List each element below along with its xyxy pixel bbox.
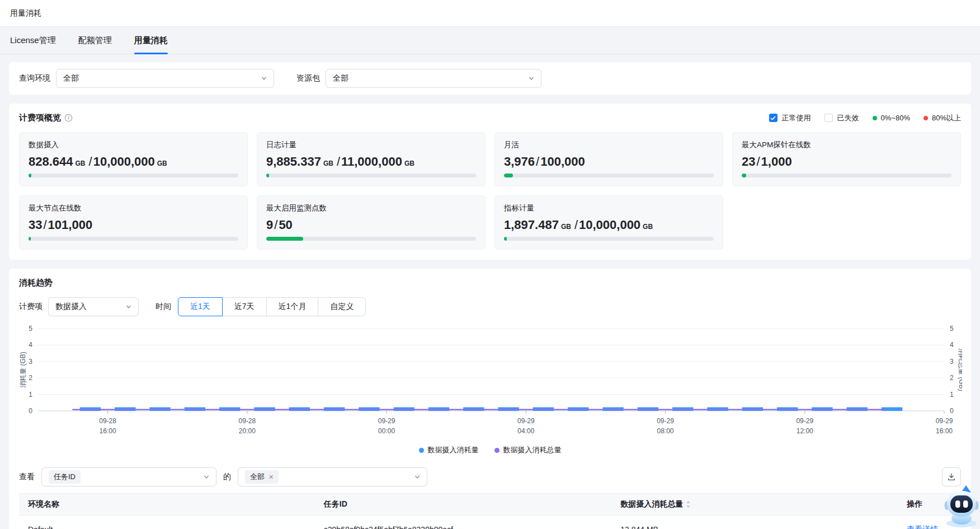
svg-text:消耗总量 (GB): 消耗总量 (GB) [958, 348, 962, 391]
legend-low-usage: 0%~80% [873, 114, 910, 122]
legend-dot-icon [494, 448, 500, 453]
usage-progress-bar [29, 174, 238, 177]
billing-cards-grid: 数据摄入828.644GB/10,000,000GB日志计量9,885.337G… [19, 132, 961, 250]
main-content: 查询环境 全部 资源包 全部 计费项概览 [0, 54, 980, 529]
svg-text:20:00: 20:00 [239, 427, 256, 435]
usage-progress-bar [29, 237, 238, 241]
checkbox-checked-icon [769, 114, 778, 122]
billing-card: 日志计量9,885.337GB/11,000,000GB [257, 132, 486, 186]
ai-assistant-robot-button[interactable] [943, 484, 980, 528]
billing-card: 最大APM探针在线数23/1,000 [732, 132, 961, 186]
chevron-down-icon [529, 76, 534, 81]
robot-icon [943, 484, 980, 528]
svg-text:消耗量 (GB): 消耗量 (GB) [19, 352, 27, 388]
billing-card-title: 日志计量 [266, 140, 476, 150]
tab-bar: License管理配额管理用量消耗 [0, 27, 980, 54]
sort-icon[interactable] [686, 500, 691, 508]
billing-card-title: 数据摄入 [29, 140, 238, 150]
time-range-0[interactable]: 近1天 [178, 297, 223, 316]
trend-chart-svg: 001122334455消耗量 (GB)消耗总量 (GB)09-2816:000… [19, 322, 962, 441]
view-type-select[interactable]: 任务ID [41, 467, 216, 486]
billing-card-value: 828.644GB/10,000,000GB [29, 155, 238, 169]
svg-text:5: 5 [29, 325, 32, 333]
svg-text:12:00: 12:00 [797, 427, 813, 435]
svg-text:00:00: 00:00 [378, 427, 395, 435]
svg-text:16:00: 16:00 [100, 427, 116, 435]
pkg-filter-label: 资源包 [296, 73, 320, 83]
tab-1[interactable]: 配额管理 [78, 27, 112, 54]
svg-text:09-29: 09-29 [517, 417, 535, 425]
env-filter-label: 查询环境 [19, 73, 50, 83]
billing-card-value: 23/1,000 [742, 155, 951, 169]
resource-package-select[interactable]: 全部 [326, 69, 541, 88]
checkbox-normal-use[interactable]: 正常使用 [769, 113, 811, 123]
view-detail-link[interactable]: 查看详情 [907, 525, 938, 529]
pkg-select-value: 全部 [333, 73, 348, 83]
svg-text:5: 5 [950, 325, 954, 333]
red-dot-icon [924, 116, 928, 120]
tab-0[interactable]: License管理 [10, 27, 56, 54]
svg-text:09-28: 09-28 [99, 417, 116, 425]
trend-title: 消耗趋势 [19, 278, 961, 288]
svg-text:1: 1 [29, 391, 32, 399]
chevron-down-icon [261, 76, 267, 81]
billing-card: 最大启用监测点数9/50 [257, 195, 486, 250]
legend-item[interactable]: 数据摄入消耗量 [419, 445, 479, 455]
billing-card-title: 月活 [504, 140, 714, 150]
billing-item-label: 计费项 [19, 302, 43, 312]
info-icon[interactable] [64, 114, 73, 122]
time-range-group: 近1天近7天近1个月自定义 [178, 297, 366, 316]
download-icon [947, 472, 956, 481]
download-button[interactable] [942, 467, 961, 486]
usage-table: 环境名称 任务ID 数据摄入消耗总量 操作 [19, 493, 961, 529]
time-range-1[interactable]: 近7天 [222, 297, 267, 316]
page-header: 用量消耗 [0, 0, 980, 27]
svg-text:3: 3 [29, 358, 32, 366]
billing-overview-title: 计费项概览 [19, 113, 73, 123]
usage-progress-bar [504, 174, 714, 177]
tag-remove-icon[interactable]: ✕ [268, 474, 274, 480]
svg-text:16:00: 16:00 [936, 427, 953, 435]
col-task-id: 任务ID [315, 494, 611, 516]
view-filter-multiselect[interactable]: 全部 ✕ [238, 467, 427, 486]
usage-progress-bar [266, 174, 476, 177]
svg-text:09-29: 09-29 [378, 417, 395, 425]
col-env-name: 环境名称 [19, 494, 315, 516]
legend-item[interactable]: 数据摄入消耗总量 [494, 445, 562, 455]
cell-ingest-total: 13.844 MB [611, 516, 898, 529]
billing-overview-card: 计费项概览 正常使用 已失效 [9, 104, 971, 260]
checkbox-expired[interactable]: 已失效 [824, 113, 859, 123]
billing-card: 最大节点在线数33/101,000 [19, 195, 248, 250]
billing-card-value: 9/50 [266, 218, 476, 232]
billing-card: 月活3,976/100,000 [494, 132, 723, 186]
svg-text:0: 0 [29, 407, 32, 415]
viewer-row: 查看 任务ID 的 全部 ✕ [19, 467, 961, 486]
svg-text:4: 4 [950, 341, 954, 349]
svg-text:04:00: 04:00 [517, 427, 534, 435]
env-select[interactable]: 全部 [56, 69, 274, 88]
table-header-row: 环境名称 任务ID 数据摄入消耗总量 操作 [19, 494, 961, 516]
legend-high-usage: 80%以上 [924, 113, 961, 123]
chevron-down-icon [414, 474, 420, 480]
filter-tag: 全部 ✕ [245, 470, 279, 484]
view-type-tag: 任务ID [49, 470, 81, 484]
chart-legend: 数据摄入消耗量数据摄入消耗总量 [19, 445, 961, 455]
billing-card-title: 最大APM探针在线数 [742, 140, 951, 150]
time-range-3[interactable]: 自定义 [318, 297, 366, 316]
legend-dot-icon [419, 448, 424, 453]
billing-card-value: 1,897.487GB/10,000,000GB [504, 218, 714, 232]
svg-text:4: 4 [29, 341, 32, 349]
time-range-2[interactable]: 近1个月 [266, 297, 319, 316]
billing-card: 指标计量1,897.487GB/10,000,000GB [494, 195, 723, 250]
col-ingest-total[interactable]: 数据摄入消耗总量 [611, 494, 898, 516]
billing-item-select[interactable]: 数据摄入 [48, 297, 139, 316]
svg-text:09-29: 09-29 [657, 417, 674, 425]
usage-progress-bar [266, 237, 476, 241]
billing-card-value: 9,885.337GB/11,000,000GB [266, 155, 476, 169]
svg-text:09-28: 09-28 [238, 417, 256, 425]
tab-2[interactable]: 用量消耗 [134, 27, 168, 54]
chevron-down-icon [204, 474, 209, 480]
conjunction-label: 的 [223, 472, 231, 482]
billing-card-value: 3,976/100,000 [504, 155, 714, 169]
svg-text:3: 3 [950, 358, 954, 366]
